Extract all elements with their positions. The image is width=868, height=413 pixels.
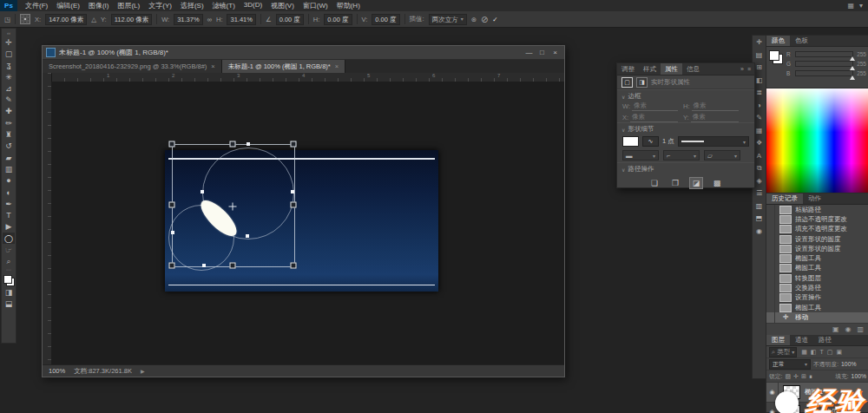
transform-handle[interactable]: [169, 202, 175, 208]
blur-tool[interactable]: ●: [3, 175, 15, 187]
hand-tool[interactable]: ☞: [3, 244, 15, 255]
collapsed-panel-icon-4[interactable]: ◧: [756, 76, 763, 85]
filter-smart-objects-icon[interactable]: ▣: [836, 349, 842, 356]
quick-selection-tool[interactable]: ✳: [3, 71, 15, 82]
toolbar-collapse-button[interactable]: ‹‹: [7, 30, 10, 36]
new-document-from-state-icon[interactable]: ▣: [832, 325, 839, 333]
type-tool[interactable]: T: [3, 209, 15, 220]
healing-brush-tool[interactable]: ✚: [3, 106, 15, 117]
vskew-input[interactable]: 0.00 度: [372, 14, 399, 25]
delete-state-icon[interactable]: ▥: [857, 325, 864, 333]
tool-preset-icon[interactable]: ◳: [4, 16, 10, 23]
opacity-value[interactable]: 100%: [841, 361, 856, 367]
history-source-checkbox[interactable]: [766, 214, 775, 224]
fill-value[interactable]: 100%: [852, 373, 866, 379]
foreground-color-swatch[interactable]: [3, 275, 12, 284]
h-input[interactable]: 31.41%: [227, 14, 255, 25]
foreground-background-swatches[interactable]: [769, 50, 783, 64]
path-anchor-point[interactable]: [202, 264, 206, 267]
panel-tab[interactable]: 图层: [766, 335, 790, 345]
filter-adjustment-layers-icon[interactable]: ◧: [811, 349, 817, 356]
menu-item[interactable]: 视图(V): [266, 1, 299, 10]
collapsed-panel-icon-13[interactable]: ☰: [756, 189, 762, 198]
document-tab[interactable]: 未标题-1 @ 100% (椭圆 1, RGB/8)* ×: [222, 60, 345, 73]
panel-tab[interactable]: 调整: [617, 63, 639, 75]
filter-pixel-layers-icon[interactable]: ▦: [801, 349, 807, 356]
transform-handle[interactable]: [291, 141, 297, 148]
lasso-tool[interactable]: ʓ: [3, 60, 15, 71]
mask-icon[interactable]: ◨: [636, 77, 648, 88]
quick-mask-icon[interactable]: ◨: [3, 286, 15, 298]
crop-tool[interactable]: ⊿: [3, 82, 15, 94]
transform-handle[interactable]: [169, 141, 175, 148]
transform-handle[interactable]: [291, 263, 297, 269]
color-slider[interactable]: [795, 61, 853, 67]
cancel-transform-button[interactable]: ⊘: [481, 15, 488, 24]
path-anchor-point[interactable]: [246, 234, 249, 238]
relative-position-icon[interactable]: △: [91, 16, 96, 23]
history-brush-tool[interactable]: ↺: [3, 141, 15, 152]
lock-pixels-icon[interactable]: ✛: [793, 373, 799, 380]
history-source-checkbox[interactable]: [766, 312, 775, 322]
close-tab-icon[interactable]: ×: [335, 62, 339, 70]
history-item[interactable]: 椭圆工具: [766, 264, 868, 273]
history-item[interactable]: 设置形状的圆度: [766, 244, 868, 253]
collapsed-panel-icon-6[interactable]: ◑: [757, 102, 761, 110]
path-anchor-point[interactable]: [291, 190, 294, 193]
field-value[interactable]: 像素: [692, 102, 740, 111]
intersect-shapes-icon[interactable]: ◪: [689, 177, 703, 189]
eraser-tool[interactable]: ▰: [3, 152, 15, 163]
collapse-panel-icon[interactable]: »: [740, 66, 744, 72]
history-item[interactable]: 描边不透明度更改: [766, 214, 868, 224]
lock-transparency-icon[interactable]: ▨: [785, 373, 791, 380]
w-input[interactable]: 31.37%: [174, 14, 202, 25]
close-button[interactable]: ×: [549, 48, 561, 57]
history-source-checkbox[interactable]: [766, 264, 775, 273]
fill-color-swatch[interactable]: [622, 136, 639, 147]
history-item[interactable]: 设置操作: [766, 293, 868, 303]
menu-item[interactable]: 文件(F): [21, 1, 52, 10]
commit-transform-button[interactable]: ✓: [492, 16, 497, 23]
stroke-color-swatch[interactable]: ∿: [642, 136, 659, 147]
eyedropper-tool[interactable]: ✎: [3, 94, 15, 105]
history-item[interactable]: 填充不透明度更改: [766, 225, 868, 234]
field-value[interactable]: 像素: [632, 102, 678, 111]
history-source-checkbox[interactable]: [766, 273, 775, 283]
brush-tool[interactable]: ✏: [3, 117, 15, 128]
stroke-width-input[interactable]: 1 点: [662, 137, 674, 146]
document-title-bar[interactable]: 未标题-1 @ 100% (椭圆 1, RGB/8)* — □ ×: [43, 46, 564, 60]
restore-button[interactable]: □: [536, 48, 548, 57]
status-arrow-icon[interactable]: ▶: [141, 368, 145, 374]
y-input[interactable]: 112.00 像素: [111, 14, 152, 25]
dimension-field[interactable]: W: 像素: [622, 102, 678, 111]
lock-all-icon[interactable]: ∎: [809, 373, 812, 380]
color-spectrum-picker[interactable]: [766, 88, 868, 193]
collapsed-panel-icon-8[interactable]: ▦: [756, 127, 763, 135]
field-value[interactable]: 像素: [691, 113, 739, 122]
subtract-front-shape-icon[interactable]: ❐: [668, 177, 682, 189]
menu-item[interactable]: 编辑(E): [52, 1, 84, 10]
slider-value[interactable]: 255: [856, 61, 866, 67]
path-anchor-point[interactable]: [247, 142, 250, 146]
panel-tab[interactable]: 属性: [661, 63, 682, 75]
collapsed-panel-icon-10[interactable]: A: [757, 152, 761, 161]
collapsed-panel-icon-15[interactable]: ⬒: [756, 214, 763, 223]
history-item[interactable]: 交换路径: [766, 283, 868, 292]
dimension-field[interactable]: Y: 像素: [683, 113, 739, 122]
move-tool[interactable]: ✛: [3, 36, 15, 48]
collapse-chevron-icon[interactable]: ▾: [859, 2, 863, 10]
angle-input[interactable]: 0.00 度: [276, 14, 304, 25]
appearance-section-header[interactable]: ∨ 形状细节: [617, 122, 754, 134]
history-item[interactable]: ✛ 移动: [766, 312, 868, 322]
menu-item[interactable]: 3D(D): [240, 1, 266, 10]
stroke-corners-dropdown[interactable]: ▱ ▾: [704, 150, 740, 161]
path-anchor-point[interactable]: [201, 190, 204, 193]
toolbar-ellipsis[interactable]: ⋯: [6, 267, 11, 273]
live-shape-icon[interactable]: ▢: [621, 77, 633, 88]
transform-section-header[interactable]: ∨ 边框: [617, 89, 754, 102]
collapsed-panel-icon-2[interactable]: ▤: [756, 51, 763, 60]
close-tab-icon[interactable]: ×: [211, 62, 214, 70]
history-source-checkbox[interactable]: [766, 253, 775, 263]
slider-thumb-icon[interactable]: [850, 75, 855, 80]
zoom-tool[interactable]: ⌕: [3, 256, 15, 267]
